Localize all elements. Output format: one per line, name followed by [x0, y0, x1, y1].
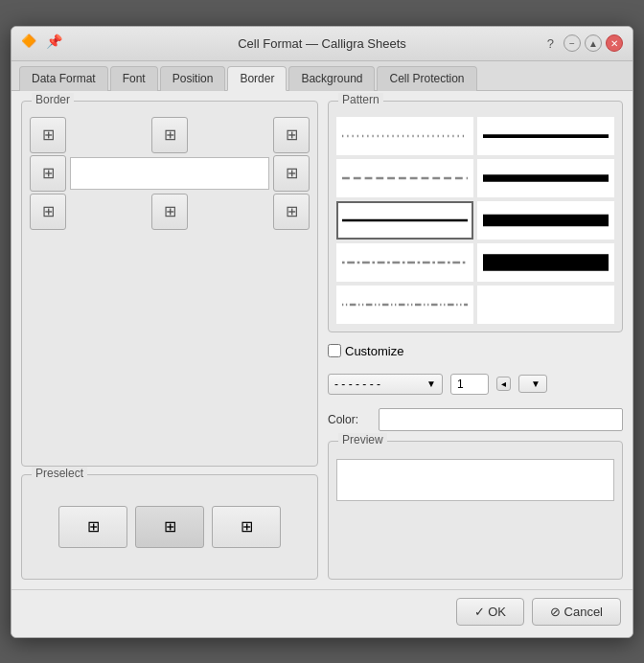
line-style-value: - - - - - - -	[334, 377, 380, 391]
customize-checkbox-wrap[interactable]: Customize	[328, 344, 403, 358]
preview-panel-title: Preview	[338, 433, 387, 446]
pattern-grid	[336, 117, 614, 324]
border-btn-mid-right[interactable]: ⊞	[273, 155, 310, 192]
help-button[interactable]: ?	[547, 36, 554, 51]
preselect-btn-3[interactable]: ⊞	[212, 506, 281, 548]
customize-row: Customize	[328, 340, 623, 362]
border-btn-mid-left[interactable]: ⊞	[30, 155, 66, 192]
border-icon-tl: ⊞	[42, 126, 55, 144]
border-btn-bot-left[interactable]: ⊞	[30, 194, 66, 230]
border-icon-bl: ⊞	[42, 202, 55, 220]
color-row: Color:	[328, 406, 623, 433]
border-icon-br: ⊞	[286, 202, 298, 220]
right-panel: Pattern	[328, 101, 623, 580]
customize-label[interactable]: Customize	[345, 344, 403, 358]
border-btn-top-right[interactable]: ⊞	[273, 117, 310, 153]
pattern-item-8[interactable]	[477, 243, 614, 282]
border-icon-tr: ⊞	[286, 126, 298, 144]
tab-border[interactable]: Border	[227, 66, 287, 91]
tab-data-format[interactable]: Data Format	[19, 66, 108, 91]
preview-area	[336, 459, 614, 501]
border-preview-area	[70, 157, 269, 190]
titlebar: 🔶 📌 Cell Format — Calligra Sheets ? − ▲ …	[12, 27, 632, 61]
line-width-value: 1	[457, 377, 464, 391]
pattern-item-9[interactable]	[336, 286, 473, 324]
preselect-icon-3: ⊞	[241, 517, 253, 536]
border-btn-bot-center[interactable]: ⊞	[151, 194, 188, 230]
tab-cell-protection[interactable]: Cell Protection	[377, 66, 476, 91]
main-window: 🔶 📌 Cell Format — Calligra Sheets ? − ▲ …	[11, 26, 633, 638]
line-controls-row: - - - - - - - ▼ 1 ◂ ▼	[328, 370, 623, 399]
customize-checkbox[interactable]	[328, 344, 341, 357]
preselect-icon-2: ⊞	[164, 517, 176, 536]
pattern-item-6[interactable]	[477, 201, 614, 240]
pattern-item-10[interactable]	[477, 286, 614, 324]
border-panel: Border ⊞ ⊞ ⊞	[21, 101, 318, 467]
border-icon-mr: ⊞	[286, 164, 298, 182]
border-btn-top-left[interactable]: ⊞	[30, 117, 66, 153]
line-width-dropdown[interactable]: ▼	[518, 375, 547, 393]
tab-font[interactable]: Font	[110, 66, 158, 91]
border-grid: ⊞ ⊞ ⊞	[30, 117, 310, 230]
pattern-item-5[interactable]	[336, 201, 473, 240]
color-swatch[interactable]	[379, 408, 623, 431]
spin-up-button[interactable]: ◂	[496, 377, 511, 391]
border-icon-tc: ⊞	[164, 126, 176, 144]
ok-button[interactable]: ✓ OK	[456, 598, 524, 626]
preselect-icon-1: ⊞	[87, 517, 100, 536]
spin-buttons: ◂	[496, 377, 511, 391]
close-button[interactable]: ✕	[606, 34, 623, 52]
line-width-input[interactable]: 1	[450, 374, 489, 395]
maximize-button[interactable]: ▲	[585, 34, 602, 52]
line-style-dropdown[interactable]: - - - - - - - ▼	[328, 374, 443, 395]
left-panel: Border ⊞ ⊞ ⊞	[21, 101, 318, 580]
app-icon: 🔶	[21, 34, 40, 53]
tab-bar: Data Format Font Position Border Backgro…	[12, 61, 632, 91]
window-title: Cell Format — Calligra Sheets	[238, 36, 406, 51]
dropdown-arrow-icon: ▼	[426, 378, 436, 389]
tab-position[interactable]: Position	[160, 66, 226, 91]
preselect-btn-1[interactable]: ⊞	[58, 506, 127, 548]
border-icon-ml: ⊞	[42, 164, 55, 182]
border-btn-top-center[interactable]: ⊞	[151, 117, 188, 153]
pattern-item-4[interactable]	[477, 159, 614, 197]
pattern-panel: Pattern	[328, 101, 623, 332]
window-controls: ? − ▲ ✕	[547, 34, 623, 52]
pattern-item-1[interactable]	[336, 117, 473, 155]
color-label: Color:	[328, 413, 371, 426]
preselect-buttons: ⊞ ⊞ ⊞	[30, 506, 310, 548]
line-width-dropdown-arrow: ▼	[531, 378, 540, 389]
pin-icon: 📌	[46, 34, 65, 53]
preselect-panel-title: Preselect	[32, 467, 87, 480]
pattern-panel-title: Pattern	[338, 93, 383, 106]
pattern-item-3[interactable]	[336, 159, 473, 197]
border-btn-bot-right[interactable]: ⊞	[273, 194, 310, 230]
minimize-button[interactable]: −	[564, 34, 581, 52]
pattern-item-2[interactable]	[477, 117, 614, 155]
pattern-item-7[interactable]	[336, 243, 473, 282]
preselect-btn-2[interactable]: ⊞	[135, 506, 204, 548]
main-content: Border ⊞ ⊞ ⊞	[12, 91, 632, 589]
preview-panel: Preview	[328, 441, 623, 580]
footer: ✓ OK ⊘ Cancel	[12, 589, 632, 637]
border-icon-bc: ⊞	[164, 202, 176, 220]
preselect-panel: Preselect ⊞ ⊞ ⊞	[21, 474, 318, 580]
tab-background[interactable]: Background	[288, 66, 375, 91]
border-panel-title: Border	[32, 93, 74, 106]
cancel-button[interactable]: ⊘ Cancel	[532, 598, 621, 626]
